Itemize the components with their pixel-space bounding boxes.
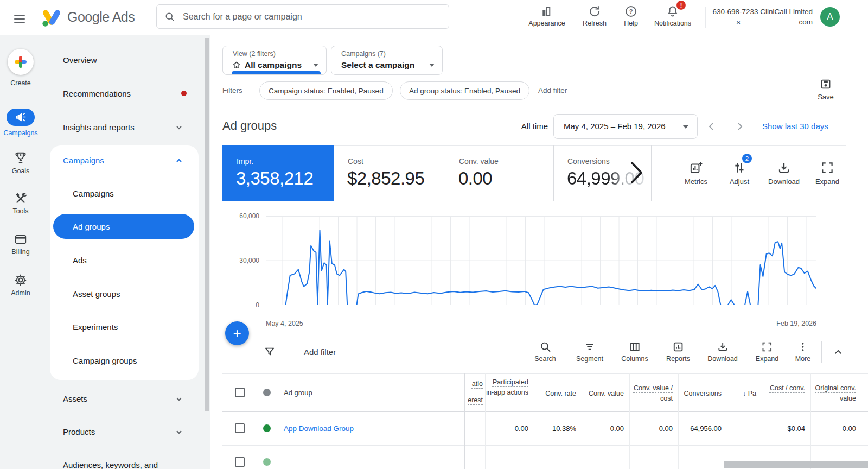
ad-group-link[interactable]: App Download Group (284, 424, 354, 433)
save-button[interactable]: Save (818, 78, 834, 101)
row-checkbox[interactable] (235, 457, 245, 467)
global-search[interactable] (156, 4, 449, 29)
account-info[interactable]: 630-698-7233 CliniCall Limited scom (710, 7, 813, 27)
sidebar-item-campaigns-parent[interactable]: Campaigns (63, 156, 104, 165)
status-enabled-dot[interactable] (263, 424, 271, 432)
chevron-down-icon[interactable] (176, 429, 182, 435)
select-all-checkbox[interactable] (235, 388, 245, 397)
table-segment-button[interactable]: Segment (576, 341, 603, 363)
date-prev-icon[interactable] (709, 122, 714, 131)
refresh-button[interactable]: Refresh (583, 5, 607, 27)
download-icon (717, 341, 729, 353)
add-fab-button[interactable]: + (225, 321, 249, 345)
sidebar-item-products[interactable]: Products (63, 427, 95, 436)
rail-item-tools[interactable] (14, 191, 28, 205)
add-filter-link[interactable]: Add filter (538, 86, 567, 94)
column-header-conv-value-cost[interactable]: Conv. value / cost (629, 383, 673, 404)
sidebar-item-overview[interactable]: Overview (63, 55, 97, 65)
table-more-button[interactable]: More (795, 341, 810, 363)
chevron-down-icon[interactable] (176, 396, 182, 402)
row-checkbox[interactable] (235, 423, 245, 433)
chevron-up-icon[interactable] (176, 157, 182, 164)
global-search-input[interactable] (182, 11, 441, 22)
date-range-value: May 4, 2025 – Feb 19, 2026 (564, 122, 666, 131)
table-expand-button[interactable]: Expand (756, 341, 778, 363)
sidebar-item-ad-groups-active[interactable]: Ad groups (53, 214, 194, 239)
scorecard-label: Impr. (237, 157, 253, 166)
sidebar-item-asset-groups[interactable]: Asset groups (73, 289, 120, 299)
cell-sorted: – (727, 424, 756, 433)
refresh-icon (588, 5, 601, 18)
column-header-sorted[interactable]: ↓ Pa (727, 389, 756, 399)
filter-chip-campaign-status[interactable]: Campaign status: Enabled, Paused (259, 81, 393, 100)
sidebar-item-experiments[interactable]: Experiments (73, 322, 118, 332)
column-header-ad-group[interactable]: Ad group (284, 389, 312, 397)
sidebar-item-ads[interactable]: Ads (73, 256, 87, 265)
filter-funnel-icon[interactable] (264, 346, 276, 358)
sidebar-item-campaign-groups[interactable]: Campaign groups (73, 356, 137, 365)
sidebar-item-assets[interactable]: Assets (63, 394, 87, 403)
column-header-conversions[interactable]: Conversions (678, 389, 722, 399)
show-last-30-days-link[interactable]: Show last 30 days (762, 122, 828, 131)
column-header-conv-rate[interactable]: Conv. rate (534, 389, 576, 399)
view-selector-label: View (2 filters) (233, 50, 276, 58)
y-axis-tick-30000: 30,000 (227, 257, 259, 264)
adjust-button[interactable]: Adjust (730, 161, 749, 186)
column-header-cost-conv[interactable]: Cost / conv. (762, 383, 805, 394)
notifications-button[interactable]: Notifications (654, 5, 691, 27)
campaign-selector[interactable]: Campaigns (7) Select a campaign (331, 46, 443, 75)
table-reports-button[interactable]: Reports (666, 341, 690, 363)
date-range-picker[interactable]: May 4, 2025 – Feb 19, 2026 (553, 114, 698, 139)
appearance-label: Appearance (528, 20, 565, 27)
scroll-cards-right-icon[interactable] (628, 161, 644, 185)
table-download-button[interactable]: Download (707, 341, 738, 363)
table-search-button[interactable]: Search (534, 341, 556, 363)
table-horizontal-scrollbar[interactable] (724, 461, 868, 468)
status-enabled-dot[interactable] (263, 458, 271, 466)
sidebar-item-recommendations[interactable]: Recommendations (63, 89, 131, 98)
view-selector[interactable]: View (2 filters) All campaigns (222, 46, 327, 75)
help-button[interactable]: ? Help (624, 5, 638, 27)
expand-icon (761, 341, 773, 353)
date-next-icon[interactable] (737, 122, 743, 131)
rail-item-billing[interactable] (14, 232, 28, 246)
sidebar-item-campaigns[interactable]: Campaigns (73, 189, 114, 198)
metrics-button[interactable]: Metrics (685, 161, 707, 186)
google-ads-app: Google Ads Appearance Refresh ? (0, 0, 868, 469)
column-header-original-conv-value[interactable]: Original conv. value (810, 383, 856, 404)
column-header-partial-bottom[interactable]: erest (464, 395, 483, 405)
appearance-button[interactable]: Appearance (528, 5, 565, 27)
scorecard-cost[interactable]: Cost $2,852.95 (334, 145, 445, 201)
rail-admin-label: Admin (11, 289, 30, 297)
status-header-dot[interactable] (263, 389, 271, 396)
rail-item-goals[interactable] (14, 151, 28, 165)
rail-item-campaigns[interactable] (7, 109, 35, 126)
download-button[interactable]: Download (768, 161, 800, 186)
sidebar-item-audiences[interactable]: Audiences, keywords, and (63, 460, 158, 469)
sidebar-item-insights[interactable]: Insights and reports (63, 123, 135, 132)
rail-goals-label: Goals (12, 167, 30, 175)
campaign-selector-label: Campaigns (7) (341, 50, 386, 58)
rail-item-admin[interactable] (14, 273, 28, 287)
caret-down-icon (429, 64, 435, 67)
expand-button[interactable]: Expand (815, 161, 839, 186)
column-header-conv-value[interactable]: Conv. value (582, 389, 624, 399)
column-header-partial-top[interactable]: atio (464, 379, 483, 389)
sidebar-scrollbar[interactable] (205, 38, 209, 411)
avatar[interactable]: A (820, 7, 840, 27)
main-menu-icon[interactable] (14, 13, 25, 25)
top-bar: Google Ads Appearance Refresh ? (0, 0, 868, 35)
create-button[interactable] (8, 49, 34, 75)
column-header-participated[interactable]: Participated in-app actions (485, 377, 528, 398)
scorecard-impressions-selected[interactable]: Impr. 3,358,212 (222, 145, 334, 201)
filter-chip-ad-group-status[interactable]: Ad group status: Enabled, Paused (400, 81, 529, 100)
chevron-down-icon[interactable] (176, 124, 182, 131)
notifications-alert-badge: ! (676, 1, 686, 10)
table-columns-button[interactable]: Columns (621, 341, 648, 363)
collapse-chevron-up-icon[interactable] (832, 346, 844, 358)
scorecard-conv-value[interactable]: Conv. value 0.00 (445, 145, 553, 201)
caret-down-icon (313, 64, 318, 67)
plus-multicolor-icon (15, 56, 27, 68)
table-add-filter[interactable]: Add filter (304, 347, 336, 357)
y-axis-tick-60000: 60,000 (227, 212, 259, 220)
